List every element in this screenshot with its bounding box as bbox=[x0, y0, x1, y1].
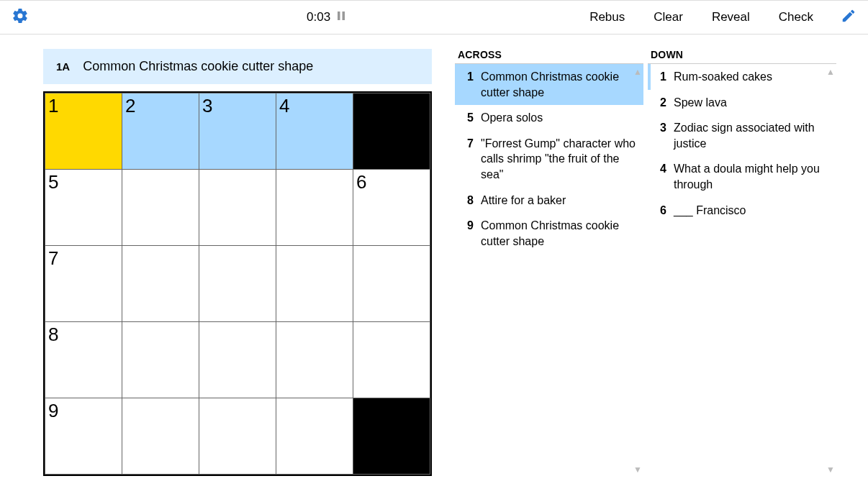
grid-cell[interactable]: 4 bbox=[276, 93, 353, 170]
grid-cell[interactable] bbox=[276, 246, 353, 322]
cell-number: 8 bbox=[48, 324, 58, 346]
scroll-up-icon[interactable]: ▲ bbox=[826, 67, 835, 77]
clue-item[interactable]: 4What a doula might help you through bbox=[648, 156, 836, 197]
check-button[interactable]: Check bbox=[779, 10, 813, 24]
clue-item[interactable]: 7"Forrest Gump" character who calls shri… bbox=[455, 131, 643, 188]
clue-columns: ACROSS ▲ 1Common Christmas cookie cutter… bbox=[455, 49, 841, 477]
clue-item[interactable]: 1Rum-soaked cakes bbox=[648, 64, 836, 90]
rebus-button[interactable]: Rebus bbox=[589, 10, 625, 24]
current-clue-banner: 1A Common Christmas cookie cutter shape bbox=[43, 49, 432, 84]
cell-number: 1 bbox=[48, 95, 58, 117]
across-list: ACROSS ▲ 1Common Christmas cookie cutter… bbox=[455, 49, 643, 477]
clue-item[interactable]: 1Common Christmas cookie cutter shape bbox=[455, 64, 643, 105]
down-list: DOWN ▲ 1Rum-soaked cakes2Spew lava3Zodia… bbox=[648, 49, 836, 477]
grid-cell[interactable]: 7 bbox=[45, 246, 122, 322]
grid-cell[interactable] bbox=[122, 398, 199, 475]
across-heading: ACROSS bbox=[458, 49, 643, 60]
clue-number: 2 bbox=[648, 95, 674, 111]
grid-cell[interactable] bbox=[199, 246, 276, 322]
clue-text: ___ Francisco bbox=[674, 203, 829, 219]
timer-value: 0:03 bbox=[307, 10, 330, 24]
grid-cell[interactable] bbox=[199, 322, 276, 398]
main-content: 1A Common Christmas cookie cutter shape … bbox=[0, 35, 868, 477]
clue-text: What a doula might help you through bbox=[674, 161, 829, 192]
clear-button[interactable]: Clear bbox=[654, 10, 683, 24]
clue-text: Attire for a baker bbox=[481, 193, 636, 209]
grid-cell[interactable]: 5 bbox=[45, 170, 122, 246]
reveal-button[interactable]: Reveal bbox=[712, 10, 750, 24]
puzzle-column: 1A Common Christmas cookie cutter shape … bbox=[43, 49, 432, 477]
cell-number: 2 bbox=[125, 95, 135, 117]
grid-cell[interactable]: 2 bbox=[122, 93, 199, 170]
grid-cell[interactable] bbox=[276, 170, 353, 246]
gear-icon[interactable] bbox=[12, 14, 29, 27]
grid-cell[interactable] bbox=[122, 322, 199, 398]
crossword-grid: 123456789 bbox=[43, 91, 432, 476]
grid-cell[interactable]: 8 bbox=[45, 322, 122, 398]
clue-number: 6 bbox=[648, 203, 674, 219]
clue-item[interactable]: 9Common Christmas cookie cutter shape bbox=[455, 213, 643, 254]
cell-number: 9 bbox=[48, 400, 58, 422]
grid-cell[interactable]: 9 bbox=[45, 398, 122, 475]
clue-number: 4 bbox=[648, 161, 674, 192]
scroll-down-icon[interactable]: ▼ bbox=[633, 464, 642, 475]
svg-rect-1 bbox=[343, 12, 345, 20]
grid-cell[interactable]: 1 bbox=[45, 93, 122, 170]
grid-cell[interactable] bbox=[122, 246, 199, 322]
grid-cell[interactable] bbox=[276, 398, 353, 475]
clue-item[interactable]: 6___ Francisco bbox=[648, 198, 836, 224]
clue-number: 3 bbox=[648, 120, 674, 151]
clue-number: 1 bbox=[648, 69, 674, 85]
clue-item[interactable]: 2Spew lava bbox=[648, 90, 836, 116]
down-heading: DOWN bbox=[651, 49, 836, 60]
cell-number: 5 bbox=[48, 171, 58, 193]
cell-number: 6 bbox=[356, 171, 366, 193]
cell-number: 7 bbox=[48, 247, 58, 270]
scroll-down-icon[interactable]: ▼ bbox=[826, 464, 835, 475]
grid-cell[interactable]: 3 bbox=[199, 93, 276, 170]
pencil-icon[interactable] bbox=[841, 8, 856, 27]
clue-number: 1 bbox=[455, 69, 481, 100]
clue-item[interactable]: 5Opera solos bbox=[455, 105, 643, 131]
clue-text: Spew lava bbox=[674, 95, 829, 111]
cell-number: 4 bbox=[279, 95, 289, 117]
svg-rect-0 bbox=[338, 12, 340, 20]
grid-cell bbox=[353, 93, 430, 170]
grid-cell[interactable] bbox=[199, 170, 276, 246]
clue-text: Zodiac sign associated with justice bbox=[674, 120, 829, 151]
clue-number: 9 bbox=[455, 218, 481, 249]
clue-text: Common Christmas cookie cutter shape bbox=[481, 69, 636, 100]
clue-text: "Forrest Gump" character who calls shrim… bbox=[481, 136, 636, 183]
clue-number: 8 bbox=[455, 193, 481, 209]
toolbar: 0:03 Rebus Clear Reveal Check bbox=[0, 0, 868, 35]
current-clue-text: Common Christmas cookie cutter shape bbox=[83, 59, 313, 74]
grid-cell[interactable] bbox=[122, 170, 199, 246]
grid-cell[interactable] bbox=[353, 246, 430, 322]
clue-number: 5 bbox=[455, 110, 481, 126]
down-scroll[interactable]: ▲ 1Rum-soaked cakes2Spew lava3Zodiac sig… bbox=[648, 63, 836, 477]
scroll-up-icon[interactable]: ▲ bbox=[633, 67, 642, 77]
grid-cell[interactable] bbox=[353, 322, 430, 398]
clue-item[interactable]: 3Zodiac sign associated with justice bbox=[648, 115, 836, 156]
pause-icon[interactable] bbox=[336, 10, 346, 24]
grid-cell[interactable] bbox=[199, 398, 276, 475]
clue-text: Opera solos bbox=[481, 110, 636, 126]
grid-cell bbox=[353, 398, 430, 475]
current-clue-label: 1A bbox=[56, 60, 70, 73]
timer: 0:03 bbox=[307, 10, 346, 24]
clue-text: Rum-soaked cakes bbox=[674, 69, 829, 85]
clue-number: 7 bbox=[455, 136, 481, 183]
cell-number: 3 bbox=[202, 95, 212, 117]
across-scroll[interactable]: ▲ 1Common Christmas cookie cutter shape5… bbox=[455, 63, 643, 477]
clue-item[interactable]: 8Attire for a baker bbox=[455, 188, 643, 214]
clue-text: Common Christmas cookie cutter shape bbox=[481, 218, 636, 249]
grid-cell[interactable] bbox=[276, 322, 353, 398]
grid-cell[interactable]: 6 bbox=[353, 170, 430, 246]
